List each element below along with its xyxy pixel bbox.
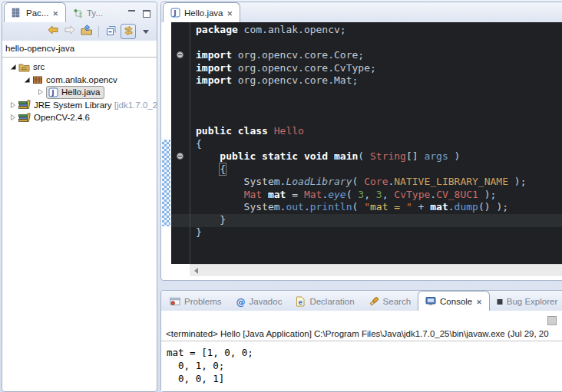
code-line: package com.anlak.opencv; [190, 24, 562, 37]
tab-label: Javadoc [250, 297, 283, 306]
project-header[interactable]: hello-opencv-java [5, 44, 157, 53]
problems-icon [170, 297, 180, 306]
code-line: System.LoadLibrary( Core.NATIVE_LIBRARY_… [190, 176, 562, 189]
code-line [190, 37, 562, 50]
tab-label: Ty... [87, 8, 103, 18]
svg-text:J: J [51, 89, 54, 97]
package-folder-icon [18, 62, 30, 72]
console-body: <terminated> Hello [Java Application] C:… [161, 311, 562, 391]
console-output[interactable]: mat = [1, 0, 0; 0, 1, 0; 0, 0, 1] [161, 344, 562, 391]
code-line: System.out.println( "mat = " + mat.dump(… [190, 201, 562, 214]
tree-item[interactable]: src [2, 61, 157, 74]
fold-collapse-icon[interactable] [177, 153, 183, 160]
console-icon [425, 296, 436, 306]
eclipse-window: Pac... Ty... hello-opencv-java srccom.an… [0, 0, 562, 392]
type-hierarchy-icon [73, 8, 83, 18]
console-tabstrip: Problems @ Javadoc e Declaration Search … [161, 291, 562, 311]
tab-label: Console [440, 297, 472, 306]
package-icon [32, 75, 43, 84]
tab-label: Declaration [309, 297, 354, 306]
svg-text:J: J [173, 9, 176, 17]
scroll-left-icon[interactable] [194, 268, 198, 274]
close-icon[interactable] [227, 8, 233, 18]
code-line: } [190, 226, 562, 239]
editor-tabstrip: J Hello.java [161, 2, 562, 22]
fold-gutter[interactable] [171, 22, 190, 264]
chevron-down-icon [143, 30, 149, 34]
package-explorer-toolbar [2, 22, 157, 41]
code-line: import org.opencv.core.Mat; [190, 74, 562, 87]
package-explorer-icon [12, 8, 22, 18]
tab-problems[interactable]: Problems [163, 292, 229, 311]
collapse-all-button[interactable] [104, 25, 117, 38]
expanded-arrow-icon[interactable] [8, 63, 17, 71]
terminate-icon[interactable] [547, 316, 557, 325]
code-line: public class Hello [190, 125, 562, 138]
code-line [190, 100, 562, 113]
tab-type-hierarchy[interactable]: Ty... [66, 4, 110, 22]
package-explorer-tabstrip: Pac... Ty... [2, 2, 157, 22]
collapsed-arrow-icon[interactable] [8, 101, 17, 109]
tab-label: Search [383, 297, 411, 306]
code-line: public static void main( String[] args ) [190, 150, 562, 163]
tree-item-label: com.anlak.opencv [46, 75, 117, 84]
fold-collapse-icon[interactable] [177, 51, 183, 58]
forward-button[interactable] [63, 25, 77, 38]
tab-javadoc[interactable]: @ Javadoc [229, 292, 289, 311]
code-line: Mat mat = Mat.eye( 3, 3, CvType.CV_8UC1 … [190, 189, 562, 202]
back-button[interactable] [46, 25, 60, 38]
editor-view: J Hello.java package com.anlak.opencv;im… [160, 2, 562, 281]
up-button[interactable] [80, 25, 94, 38]
expanded-arrow-icon[interactable] [22, 76, 31, 84]
javadoc-icon: @ [236, 297, 246, 307]
package-explorer-tree[interactable]: srccom.anlak.opencvJHello.javaJRE System… [2, 61, 157, 391]
tab-search[interactable]: Search [362, 292, 418, 311]
toolbar-separator [98, 26, 99, 38]
code-line: import org.opencv.core.CvType; [190, 62, 562, 75]
code-area[interactable]: package com.anlak.opencv;import org.open… [190, 22, 562, 264]
close-icon[interactable] [52, 8, 58, 18]
tab-label: Hello.java [184, 8, 223, 18]
view-menu-button[interactable] [139, 25, 153, 38]
bug-explorer-icon [497, 298, 503, 305]
console-output-line: 0, 0, 1] [167, 372, 562, 385]
close-icon[interactable] [476, 297, 482, 306]
tree-item[interactable]: JHello.java [2, 86, 157, 99]
code-line [190, 113, 562, 126]
view-window-buttons [127, 10, 157, 22]
code-line: } [190, 214, 562, 227]
code-line [190, 87, 562, 100]
tree-item-label: src [33, 62, 45, 71]
tab-label: Pac... [26, 8, 48, 18]
tree-item-label: Hello.java [61, 87, 101, 97]
code-line: { [190, 163, 562, 176]
code-editor[interactable]: package com.anlak.opencv;import org.open… [161, 22, 562, 264]
tree-item-label: JRE System Library [jdk1.7.0_25] [34, 100, 157, 110]
tab-package-explorer[interactable]: Pac... [4, 2, 66, 22]
console-output-line: 0, 1, 0; [167, 359, 562, 372]
tree-item[interactable]: JRE System Library [jdk1.7.0_25] [2, 99, 157, 112]
java-file-icon: J [48, 87, 58, 97]
search-icon [369, 296, 379, 307]
range-indicator [162, 140, 170, 226]
tab-console[interactable]: Console [418, 291, 490, 311]
tree-item[interactable]: OpenCV-2.4.6 [2, 111, 157, 124]
code-line: { [190, 138, 562, 151]
minimize-icon[interactable] [127, 10, 136, 18]
java-file-icon: J [170, 8, 180, 18]
link-with-editor-button[interactable] [121, 24, 136, 39]
svg-text:e: e [299, 299, 303, 306]
console-caption: <terminated> Hello [Java Application] C:… [161, 329, 562, 341]
collapsed-arrow-icon[interactable] [36, 88, 45, 96]
tab-hello-java[interactable]: J Hello.java [163, 2, 240, 22]
tab-bug-explorer[interactable]: Bug Explorer [490, 292, 562, 311]
console-output-line: mat = [1, 0, 0; [167, 346, 562, 359]
tab-label: Bug Explorer [507, 297, 557, 306]
maximize-icon[interactable] [142, 10, 150, 18]
collapsed-arrow-icon[interactable] [8, 114, 17, 121]
tab-declaration[interactable]: e Declaration [289, 292, 361, 311]
svg-text:@: @ [236, 297, 245, 307]
horizontal-scrollbar[interactable] [190, 264, 562, 276]
tree-item[interactable]: com.anlak.opencv [2, 74, 157, 87]
selected-tree-item[interactable]: JHello.java [46, 86, 104, 99]
